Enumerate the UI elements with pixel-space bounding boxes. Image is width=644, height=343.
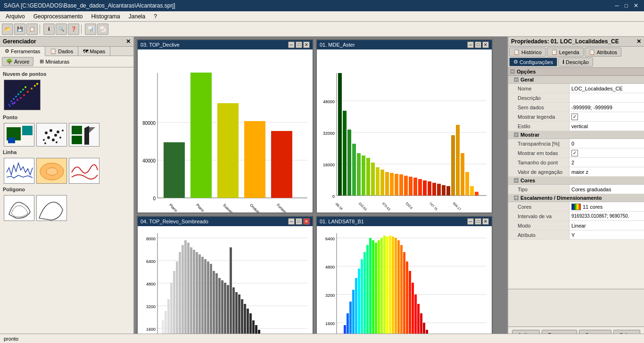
chart-minimize-aster[interactable]: ─ xyxy=(467,41,474,48)
svg-rect-80 xyxy=(362,155,365,196)
tab-historico[interactable]: 📋 Histórico xyxy=(509,48,546,57)
chart-maximize-aster[interactable]: □ xyxy=(475,41,481,48)
panel-title: Gerenciador xyxy=(3,38,36,45)
thumbnail-ponto-3[interactable] xyxy=(69,123,99,147)
svg-rect-202 xyxy=(380,238,383,343)
chart-close-landsat[interactable]: ✕ xyxy=(482,218,489,225)
chart-maximize-relevo[interactable]: □ xyxy=(296,218,302,225)
svg-text:32000: 32000 xyxy=(323,131,335,136)
thumbnail-linha-2[interactable] xyxy=(36,158,67,184)
svg-point-2 xyxy=(13,98,15,100)
menu-geoprocessamento[interactable]: Geoprocessamento xyxy=(30,12,87,21)
svg-text:Plano: Plano xyxy=(168,203,178,212)
legenda-icon: 📋 xyxy=(551,49,558,55)
subtab-arvore[interactable]: 🌳 Árvore xyxy=(2,57,33,66)
chart-close-aster[interactable]: ✕ xyxy=(482,41,489,48)
svg-text:Plano: Plano xyxy=(195,203,205,212)
prop-sem-dados: Sem dados -999999; -999999 xyxy=(508,103,644,112)
subsection-geral-header[interactable]: − Geral xyxy=(508,76,644,84)
prop-mostrar-todas-label: Mostrar em todas xyxy=(508,148,570,157)
toolbar-btn-1[interactable]: 📂 xyxy=(2,24,13,35)
subtab-miniaturas-label: Miniaturas xyxy=(45,59,69,65)
cores-collapse-icon: − xyxy=(514,178,519,183)
close-button[interactable]: ✕ xyxy=(632,2,640,9)
thumbnail-ponto-1[interactable] xyxy=(4,123,34,147)
toolbar-btn-3[interactable]: 📋 xyxy=(26,24,38,35)
subsection-mostrar-header[interactable]: − Mostrar xyxy=(508,131,644,139)
prop-estilo: Estilo vertical xyxy=(508,122,644,131)
svg-rect-140 xyxy=(201,257,204,343)
svg-point-5 xyxy=(20,91,22,93)
tab-legenda[interactable]: 📋 Legenda xyxy=(547,48,584,57)
svg-rect-36 xyxy=(72,126,82,134)
tab-legenda-label: Legenda xyxy=(559,49,579,55)
thumbnail-linha-1[interactable] xyxy=(4,158,34,184)
svg-rect-57 xyxy=(217,103,239,198)
maximize-button[interactable]: □ xyxy=(623,2,630,9)
menu-help[interactable]: ? xyxy=(150,12,161,21)
chart-minimize-declive[interactable]: ─ xyxy=(288,41,295,48)
toolbar-btn-5[interactable]: 🔍 xyxy=(56,24,67,35)
thumbnail-ponto-2[interactable] xyxy=(36,123,67,147)
svg-rect-95 xyxy=(432,183,436,196)
panel-close-button[interactable]: ✕ xyxy=(126,38,131,45)
toolbar-btn-8[interactable]: 📈 xyxy=(97,24,108,35)
prop-tamanho: Tamanho do pont 2 xyxy=(508,158,644,167)
tab-dados[interactable]: 📋 Dados xyxy=(45,47,78,56)
geral-collapse-icon: − xyxy=(514,77,519,82)
chart-svg-relevo: 0 1600 3200 4800 6400 8000 xyxy=(138,226,313,343)
prop-modo: Modo Linear xyxy=(508,221,644,230)
tab-atributos[interactable]: 📋 Atributos xyxy=(585,48,621,57)
chart-controls-landsat: ─ □ ✕ xyxy=(467,218,489,225)
chart-minimize-relevo[interactable]: ─ xyxy=(288,218,295,225)
title-bar: SAGA [C:\GEODADOS\Base_de_dados_Alcantar… xyxy=(0,0,644,11)
chart-titlebar-aster: 01. MDE_Aster ─ □ ✕ xyxy=(317,40,492,49)
tab-configuracoes[interactable]: ⚙ Configurações xyxy=(509,57,557,66)
svg-text:533.6: 533.6 xyxy=(405,202,413,210)
toolbar-btn-7[interactable]: 📊 xyxy=(85,24,96,35)
prop-mostrar-legenda-value[interactable]: ✓ xyxy=(570,112,644,121)
tab-mapas[interactable]: 🗺 Mapas xyxy=(78,47,110,56)
chart-close-declive[interactable]: ✕ xyxy=(303,41,310,48)
toolbar-btn-2[interactable]: 💾 xyxy=(14,24,25,35)
chart-minimize-landsat[interactable]: ─ xyxy=(467,218,474,225)
atributos-icon: 📋 xyxy=(589,49,595,55)
svg-rect-197 xyxy=(366,245,369,343)
section-opcoes-header[interactable]: − Opções xyxy=(508,68,644,76)
thumbnail-poligono-2[interactable] xyxy=(36,195,67,221)
mostrar-todas-checkbox[interactable]: ✓ xyxy=(571,150,578,156)
prop-tamanho-label: Tamanho do pont xyxy=(508,158,570,167)
tab-descricao[interactable]: ℹ Descrição xyxy=(558,57,593,66)
prop-mostrar-todas-value[interactable]: ✓ xyxy=(570,148,644,157)
svg-rect-55 xyxy=(164,142,185,198)
mostrar-legenda-checkbox[interactable]: ✓ xyxy=(571,114,578,120)
subtab-miniaturas[interactable]: ⊞ Miniaturas xyxy=(35,57,74,66)
prop-descricao-value[interactable] xyxy=(570,93,644,102)
chart-close-relevo[interactable]: ✕ xyxy=(303,218,310,225)
svg-rect-85 xyxy=(385,172,389,196)
subsection-escalamento-header[interactable]: + Escalamento / Dimensionamento xyxy=(508,194,644,202)
chart-title-declive: 03. TOP_Declive xyxy=(140,42,180,48)
toolbar-btn-4[interactable]: ℹ xyxy=(43,24,55,35)
svg-point-34 xyxy=(56,141,58,143)
menu-janela[interactable]: Janela xyxy=(125,12,149,21)
chart-maximize-declive[interactable]: □ xyxy=(296,41,302,48)
right-panel-close[interactable]: ✕ xyxy=(636,38,641,45)
svg-text:16000: 16000 xyxy=(323,163,335,167)
subsection-cores-header[interactable]: − Cores xyxy=(508,177,644,185)
thumbnail-linha-3[interactable] xyxy=(69,158,99,184)
tab-ferramentas[interactable]: ⚙ Ferramentas xyxy=(0,47,45,56)
thumbnail-nuvem-1[interactable] xyxy=(4,80,41,110)
svg-text:4800: 4800 xyxy=(146,282,156,286)
svg-rect-135 xyxy=(187,243,190,343)
menu-histograma[interactable]: Histograma xyxy=(87,12,124,21)
toolbar-btn-6[interactable]: ❓ xyxy=(68,24,79,35)
cores-swatch xyxy=(571,204,581,210)
minimize-button[interactable]: ─ xyxy=(613,2,621,9)
chart-maximize-landsat[interactable]: □ xyxy=(475,218,481,225)
svg-rect-100 xyxy=(456,125,460,196)
svg-rect-139 xyxy=(198,254,201,343)
thumbnail-poligono-1[interactable] xyxy=(4,195,34,221)
menu-arquivo[interactable]: Arquivo xyxy=(2,12,29,21)
svg-rect-40 xyxy=(4,158,34,184)
